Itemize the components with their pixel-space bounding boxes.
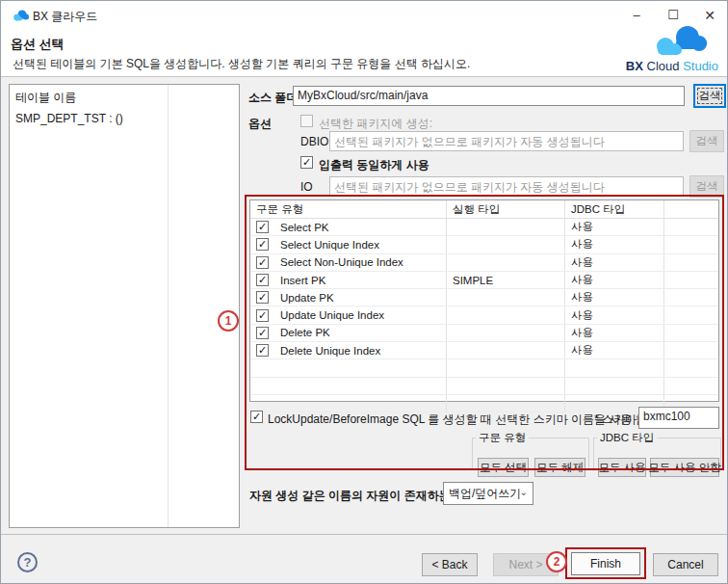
chevron-down-icon: ⌄ <box>520 487 528 497</box>
statement-name: Update PK <box>280 292 334 304</box>
jdbc-type-cell: 사용 <box>565 342 664 358</box>
dbio-label: DBIO <box>300 135 328 148</box>
exec-type-cell <box>447 219 565 235</box>
statement-name: Select PK <box>280 222 329 233</box>
logo-text: BX Cloud Studio <box>626 59 718 73</box>
io-same-checkbox[interactable]: ✓ <box>300 156 313 169</box>
package-checkbox-label: 선택한 패키지에 생성: <box>319 116 432 132</box>
schema-input[interactable]: bxmc100 <box>638 407 719 429</box>
jdbc-type-cell: 사용 <box>565 254 664 271</box>
statement-name: Delete Unique Index <box>280 345 380 357</box>
io-label: IO <box>300 180 313 194</box>
table-row[interactable]: ✓Select Non-Unique Index사용 <box>250 254 718 272</box>
table-row[interactable]: ✓Select PK사용 <box>250 219 718 236</box>
table-row[interactable]: ✓Delete PK사용 <box>250 325 718 342</box>
column-header-statement-type[interactable]: 구문 유형 <box>250 200 447 218</box>
exec-type-cell <box>447 289 565 305</box>
exec-type-cell <box>447 342 565 358</box>
package-checkbox[interactable] <box>300 115 313 127</box>
select-all-button[interactable]: 모두 선택 <box>478 458 529 477</box>
wizard-dialog: BX 클라우드 – ☐ ✕ 옵션 선택 선택된 테이블의 기본 SQL을 생성합… <box>0 0 728 584</box>
page-title: 옵션 선택 <box>11 36 65 53</box>
statement-name: Select Non-Unique Index <box>280 256 403 268</box>
annotation-circle-1: 1 <box>218 310 239 332</box>
annotation-circle-2: 2 <box>546 551 567 572</box>
empty-table-row <box>250 359 718 377</box>
page-description: 선택된 테이블의 기본 SQL을 생성합니다. 생성할 기본 쿼리의 구문 유형… <box>13 56 470 72</box>
use-all-button[interactable]: 모두 사용 <box>598 458 646 477</box>
row-checkbox[interactable]: ✓ <box>256 327 269 339</box>
statement-name: Insert PK <box>280 275 325 286</box>
wizard-header: 옵션 선택 선택된 테이블의 기본 SQL을 생성합니다. 생성할 기본 쿼리의… <box>1 30 727 77</box>
row-checkbox[interactable]: ✓ <box>256 309 269 322</box>
table-row[interactable]: ✓Update PK사용 <box>250 289 718 306</box>
jdbc-type-cell: 사용 <box>565 289 664 305</box>
exec-type-cell <box>447 325 565 341</box>
io-search-button: 검색 <box>689 175 724 198</box>
list-item[interactable]: SMP_DEPT_TST : () <box>15 112 123 125</box>
table-name-column-header: 테이블 이름 <box>15 90 76 106</box>
dropdown-value: 백업/덮어쓰기 <box>449 486 521 502</box>
cancel-button[interactable]: Cancel <box>653 553 718 576</box>
window-title: BX 클라우드 <box>33 9 97 25</box>
back-button[interactable]: < Back <box>422 553 478 576</box>
schema-field-label: * 스키마 <box>594 411 637 428</box>
dbio-input: 선택된 패키지가 없으므로 패키지가 자동 생성됩니다 <box>329 131 684 151</box>
column-header-empty <box>664 200 718 218</box>
row-checkbox[interactable]: ✓ <box>256 291 269 304</box>
row-checkbox[interactable]: ✓ <box>256 256 269 269</box>
source-folder-label: 소스 폴더 <box>248 90 298 106</box>
jdbc-type-group-title: JDBC 타입 <box>597 431 657 445</box>
jdbc-type-group: JDBC 타입 모두 사용 모두 사용 안함 <box>593 431 721 469</box>
empty-table-row <box>250 378 718 395</box>
dbio-search-button: 검색 <box>689 130 724 152</box>
jdbc-type-cell: 사용 <box>565 325 664 341</box>
jdbc-type-cell: 사용 <box>565 306 664 323</box>
table-row[interactable]: ✓Select Unique Index사용 <box>250 236 718 253</box>
deselect-all-button[interactable]: 모두 해제 <box>534 458 585 477</box>
column-header-exec-type[interactable]: 실행 타입 <box>447 200 565 218</box>
table-row[interactable]: ✓Update Unique Index사용 <box>250 306 718 324</box>
jdbc-type-cell: 사용 <box>565 236 664 252</box>
jdbc-type-cell: 사용 <box>565 219 664 235</box>
resource-conflict-dropdown[interactable]: 백업/덮어쓰기 ⌄ <box>443 482 533 505</box>
statement-table-body: ✓Select PK사용✓Select Unique Index사용✓Selec… <box>250 219 718 412</box>
row-checkbox[interactable]: ✓ <box>256 274 269 286</box>
statement-table[interactable]: 구문 유형 실행 타입 JDBC 타입 ✓Select PK사용✓Select … <box>249 199 719 402</box>
exec-type-cell <box>447 306 565 323</box>
table-row[interactable]: ✓Delete Unique Index사용 <box>250 342 718 359</box>
source-folder-input[interactable]: MyBxCloud/src/main/java <box>293 86 685 106</box>
statement-type-group-title: 구문 유형 <box>476 431 529 445</box>
source-search-button[interactable]: 검색 <box>693 84 726 108</box>
finish-button[interactable]: Finish <box>571 552 640 575</box>
schema-checkbox[interactable]: ✓ <box>250 411 263 423</box>
column-header-jdbc-type[interactable]: JDBC 타입 <box>565 200 664 218</box>
statement-type-group: 구문 유형 모두 선택 모두 해제 <box>472 431 589 469</box>
help-icon[interactable]: ? <box>17 552 38 572</box>
table-name-panel[interactable]: 테이블 이름 SMP_DEPT_TST : () <box>9 84 240 528</box>
io-input: 선택된 패키지가 없으므로 패키지가 자동 생성됩니다 <box>329 176 684 197</box>
statement-table-header: 구문 유형 실행 타입 JDBC 타입 <box>250 200 718 219</box>
io-same-checkbox-label: 입출력 동일하게 사용 <box>319 157 429 173</box>
search-button-label: 검색 <box>697 88 722 104</box>
row-checkbox[interactable]: ✓ <box>256 238 269 251</box>
logo-cloud-icon <box>651 24 711 61</box>
statement-name: Select Unique Index <box>280 239 379 251</box>
options-label: 옵션 <box>248 116 272 132</box>
row-checkbox[interactable]: ✓ <box>256 221 269 233</box>
exec-type-cell <box>447 236 565 252</box>
use-none-button[interactable]: 모두 사용 안함 <box>650 458 719 477</box>
jdbc-type-cell: 사용 <box>565 272 664 288</box>
exec-type-cell: SIMPLE <box>447 272 565 288</box>
app-cloud-icon <box>13 9 29 26</box>
table-row[interactable]: ✓Insert PKSIMPLE사용 <box>250 272 718 289</box>
exec-type-cell <box>447 254 565 271</box>
button-bar: ? < Back Next > Finish Cancel <box>1 535 727 584</box>
column-divider <box>168 85 169 527</box>
bx-cloud-studio-logo: BX Cloud Studio <box>612 24 718 74</box>
statement-name: Update Unique Index <box>280 309 384 321</box>
row-checkbox[interactable]: ✓ <box>256 344 269 357</box>
statement-name: Delete PK <box>280 327 330 338</box>
